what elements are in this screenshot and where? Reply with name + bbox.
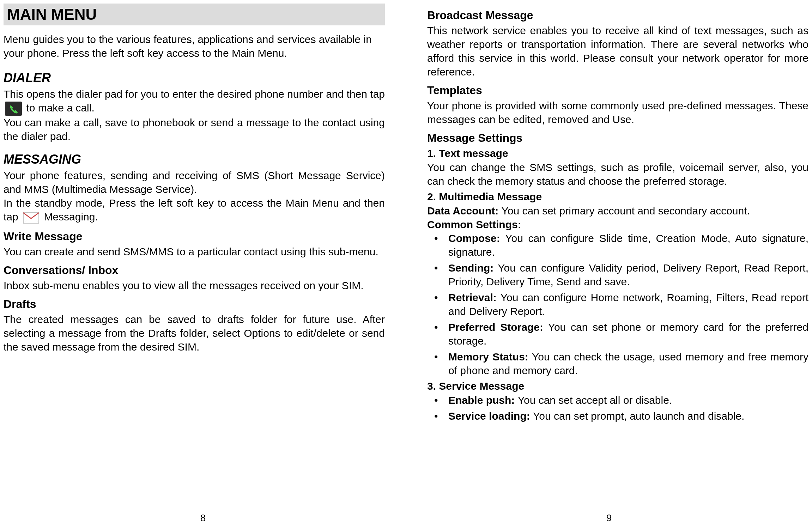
message-settings-heading: Message Settings [427,132,808,145]
messaging-text-2: In the standby mode, Press the left soft… [4,196,385,225]
service-message-heading: 3. Service Message [427,380,808,392]
bullet-label: Enable push: [448,394,518,406]
messaging-text-2b: Messaging. [44,211,98,223]
bullet-text: You can set prompt, auto launch and disa… [533,410,744,422]
envelope-icon [23,211,40,225]
dialer-text-1a: This opens the dialer pad for you to ent… [4,88,385,100]
bullet-text: You can set accept all or disable. [518,394,672,406]
title-bar: MAIN MENU [4,4,385,25]
call-icon [5,102,22,116]
conversations-text: Inbox sub-menu enables you to view all t… [4,279,385,292]
drafts-heading: Drafts [4,298,385,311]
messaging-text-1: Your phone features, sending and receivi… [4,169,385,196]
page-left: MAIN MENU Menu guides you to the various… [0,0,406,529]
list-item: Sending: You can configure Validity peri… [427,261,808,288]
svg-rect-0 [5,102,22,116]
text-message-text: You can change the SMS settings, such as… [427,160,808,188]
conversations-heading: Conversations/ Inbox [4,264,385,277]
bullet-label: Preferred Storage: [448,321,548,333]
list-item: Memory Status: You can check the usage, … [427,350,808,377]
data-account-label: Data Account: [427,205,502,217]
page-number-left: 8 [200,512,206,524]
write-message-heading: Write Message [4,230,385,243]
bullet-label: Compose: [448,232,505,244]
list-item: Retrieval: You can configure Home networ… [427,291,808,318]
page-number-right: 9 [606,512,612,524]
broadcast-text: This network service enables you to rece… [427,24,808,79]
main-title: MAIN MENU [7,6,381,23]
bullet-label: Service loading: [448,410,533,422]
bullet-label: Sending: [448,262,498,274]
bullet-label: Retrieval: [448,292,501,303]
drafts-text: The created messages can be saved to dra… [4,312,385,354]
templates-heading: Templates [427,84,808,97]
common-settings-list: Compose: You can configure Slide time, C… [427,231,808,377]
dialer-heading: DIALER [4,71,385,85]
text-message-heading: 1. Text message [427,147,808,159]
data-account-line: Data Account: You can set primary accoun… [427,204,808,218]
service-message-list: Enable push: You can set accept all or d… [427,393,808,423]
dialer-text-1b: to make a call. [26,102,94,114]
list-item: Preferred Storage: You can set phone or … [427,320,808,348]
dialer-text-1: This opens the dialer pad for you to ent… [4,87,385,116]
broadcast-heading: Broadcast Message [427,9,808,22]
list-item: Compose: You can configure Slide time, C… [427,231,808,259]
common-settings-label: Common Settings: [427,218,808,231]
multimedia-message-heading: 2. Multimedia Message [427,191,808,203]
dialer-text-2: You can make a call, save to phonebook o… [4,116,385,143]
write-message-text: You can create and send SMS/MMS to a par… [4,245,385,259]
intro-text: Menu guides you to the various features,… [4,32,385,60]
page-right: Broadcast Message This network service e… [406,0,812,529]
list-item: Enable push: You can set accept all or d… [427,393,808,407]
templates-text: Your phone is provided with some commonl… [427,99,808,126]
bullet-text: You can configure Validity period, Deliv… [448,262,808,287]
bullet-text: You can configure Home network, Roaming,… [448,292,808,317]
bullet-label: Memory Status: [448,351,532,363]
data-account-text: You can set primary account and secondar… [502,205,750,217]
list-item: Service loading: You can set prompt, aut… [427,409,808,423]
messaging-heading: MESSAGING [4,152,385,167]
